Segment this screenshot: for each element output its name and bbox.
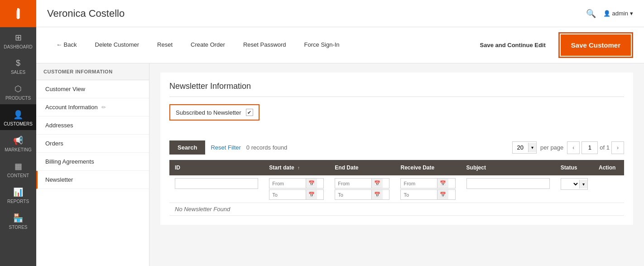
edit-icon[interactable]: ✏: [101, 104, 106, 111]
sidebar-item-reports[interactable]: 📊 REPORTS: [0, 182, 36, 208]
per-page-dropdown-icon[interactable]: ▾: [528, 143, 536, 152]
calendar-icon[interactable]: 📅: [437, 179, 448, 188]
filter-receive-date-group: 📅 📅: [400, 178, 455, 200]
admin-user-label: admin: [612, 10, 628, 17]
col-end-date: End Date: [329, 160, 395, 175]
header-right: 🔍 👤 admin ▾: [586, 9, 633, 19]
page-number-input[interactable]: [582, 141, 598, 154]
force-signin-button[interactable]: Force Sign-In: [295, 36, 349, 53]
filter-subject-input[interactable]: [466, 178, 550, 189]
nav-item-account-info-label: Account Information: [45, 104, 98, 111]
col-id: ID: [169, 160, 264, 175]
sidebar-item-sales[interactable]: $ SALES: [0, 53, 36, 78]
prev-page-button[interactable]: ‹: [567, 141, 580, 154]
page-total: of 1: [600, 144, 610, 151]
nav-item-account-info[interactable]: Account Information ✏: [36, 98, 149, 116]
sidebar-item-label: REPORTS: [7, 199, 29, 204]
filter-end-to-wrapper: 📅: [335, 189, 389, 200]
calendar-icon[interactable]: 📅: [306, 179, 317, 188]
filter-end-to-input[interactable]: [335, 190, 371, 199]
sales-icon: $: [16, 58, 20, 68]
nav-item-orders-label: Orders: [45, 140, 63, 147]
reset-filter-link[interactable]: Reset Filter: [211, 144, 240, 151]
col-start-date[interactable]: Start date ↑: [264, 160, 329, 175]
nav-item-customer-view[interactable]: Customer View: [36, 80, 149, 98]
save-customer-wrapper: Save Customer: [558, 32, 633, 58]
delete-customer-label: Delete Customer: [95, 41, 139, 49]
reset-password-button[interactable]: Reset Password: [234, 36, 295, 53]
filter-end-from-input[interactable]: [335, 179, 371, 188]
filter-receive-to-input[interactable]: [401, 190, 437, 199]
section-title: Newsletter Information: [169, 82, 624, 97]
save-customer-button[interactable]: Save Customer: [561, 34, 631, 56]
nav-item-addresses[interactable]: Addresses: [36, 116, 149, 135]
left-nav: CUSTOMER INFORMATION Customer View Accou…: [36, 63, 149, 266]
subscribe-row: Subscribed to Newsletter ✔: [169, 104, 260, 121]
col-receive-date: Receive Date: [395, 160, 461, 175]
filter-start-to-input[interactable]: [269, 190, 306, 199]
reset-label: Reset: [157, 41, 173, 49]
subscribe-checkbox[interactable]: ✔: [246, 109, 253, 116]
top-header: Veronica Costello 🔍 👤 admin ▾: [36, 0, 644, 27]
nav-item-billing-agreements-label: Billing Agreements: [45, 158, 94, 165]
page-title: Veronica Costello: [47, 8, 125, 19]
admin-dropdown-icon: ▾: [630, 10, 633, 17]
no-records-message: No Newsletter Found: [169, 203, 624, 216]
pagination: ‹ of 1 ›: [567, 141, 624, 154]
sidebar-item-products[interactable]: ⬡ PRODUCTS: [0, 78, 36, 104]
save-customer-label: Save Customer: [571, 41, 620, 49]
sidebar-item-label: SALES: [11, 70, 25, 75]
save-continue-button[interactable]: Save and Continue Edit: [471, 37, 555, 53]
filter-start-to-wrapper: 📅: [269, 189, 324, 200]
search-bar: Search Reset Filter 0 records found 20 ▾…: [169, 140, 624, 155]
calendar-icon[interactable]: 📅: [371, 190, 383, 199]
sidebar-item-stores[interactable]: 🏪 STORES: [0, 208, 36, 233]
filter-receive-from-wrapper: 📅: [400, 178, 455, 189]
filter-end-from-wrapper: 📅: [335, 178, 389, 189]
filter-start-from-input[interactable]: [269, 179, 306, 188]
delete-customer-button[interactable]: Delete Customer: [86, 36, 149, 53]
sidebar-item-content[interactable]: ▦ CONTENT: [0, 156, 36, 182]
search-icon[interactable]: 🔍: [586, 9, 596, 19]
search-button[interactable]: Search: [169, 140, 205, 155]
filter-id-cell: [169, 175, 264, 203]
table-filter-row: 📅 📅: [169, 175, 624, 203]
col-action: Action: [593, 160, 624, 175]
sidebar-logo[interactable]: [0, 0, 36, 27]
back-button[interactable]: ← Back: [47, 36, 86, 53]
admin-user-menu[interactable]: 👤 admin ▾: [603, 10, 633, 17]
sidebar-item-marketing[interactable]: 📢 MARKETING: [0, 130, 36, 156]
filter-start-date-group: 📅 📅: [269, 178, 324, 200]
filter-end-date-group: 📅 📅: [335, 178, 389, 200]
filter-status-select[interactable]: [561, 179, 579, 189]
filter-end-date-cell: 📅 📅: [329, 175, 395, 203]
main-panel: Newsletter Information Subscribed to New…: [149, 63, 644, 266]
magento-logo-icon: [10, 5, 26, 22]
filter-id-input[interactable]: [175, 178, 258, 189]
calendar-icon[interactable]: 📅: [306, 190, 317, 199]
records-found: 0 records found: [246, 144, 287, 151]
content-icon: ▦: [14, 161, 22, 171]
create-order-button[interactable]: Create Order: [182, 36, 234, 53]
next-page-button[interactable]: ›: [611, 141, 624, 154]
sidebar-item-dashboard[interactable]: ⊞ DASHBOARD: [0, 27, 36, 53]
sidebar-item-label: DASHBOARD: [4, 44, 32, 49]
nav-item-billing-agreements[interactable]: Billing Agreements: [36, 153, 149, 171]
calendar-icon[interactable]: 📅: [437, 190, 448, 199]
content-area: CUSTOMER INFORMATION Customer View Accou…: [36, 63, 644, 266]
calendar-icon[interactable]: 📅: [371, 179, 383, 188]
nav-item-orders[interactable]: Orders: [36, 135, 149, 153]
reset-button[interactable]: Reset: [148, 36, 182, 53]
newsletter-section: Newsletter Information Subscribed to New…: [160, 73, 633, 225]
sidebar-item-label: CONTENT: [7, 173, 29, 178]
nav-item-customer-view-label: Customer View: [45, 86, 85, 92]
sidebar-item-customers[interactable]: 👤 CUSTOMERS: [0, 104, 36, 130]
per-page-select[interactable]: 20 ▾: [512, 141, 537, 154]
stores-icon: 🏪: [13, 213, 23, 223]
create-order-label: Create Order: [191, 41, 225, 49]
filter-receive-from-input[interactable]: [401, 179, 437, 188]
nav-item-newsletter[interactable]: Newsletter: [36, 171, 149, 189]
filter-receive-to-wrapper: 📅: [400, 189, 455, 200]
filter-subject-cell: [461, 175, 555, 203]
subscribe-label: Subscribed to Newsletter: [176, 109, 241, 116]
